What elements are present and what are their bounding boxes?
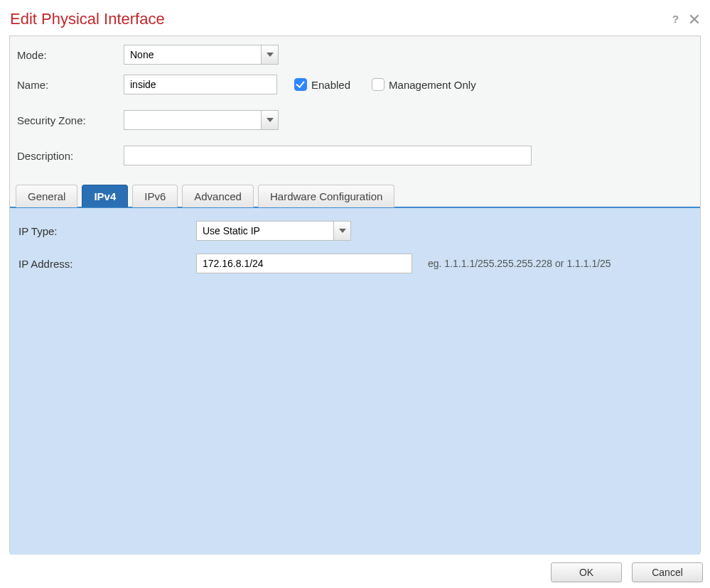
ip-type-label: IP Type: [18,225,196,237]
tabs: General IPv4 IPv6 Advanced Hardware Conf… [10,185,700,207]
cancel-button[interactable]: Cancel [632,562,703,582]
tab-ipv4[interactable]: IPv4 [82,185,128,207]
close-icon[interactable] [689,13,700,25]
tab-general[interactable]: General [16,185,77,207]
management-only-checkbox-wrap[interactable]: Management Only [372,78,476,91]
dialog-title: Edit Physical Interface [10,10,165,28]
dialog-titlebar: Edit Physical Interface ? [9,7,701,36]
security-zone-label: Security Zone: [17,114,124,126]
svg-text:?: ? [672,13,679,25]
chevron-down-icon[interactable] [261,111,278,129]
tab-ipv6[interactable]: IPv6 [132,185,178,207]
tab-hardware[interactable]: Hardware Configuration [258,185,394,207]
chevron-down-icon[interactable] [261,45,278,64]
ip-address-label: IP Address: [18,258,196,270]
dialog-panel: Mode: Name: Enabled Management Only [9,36,701,552]
top-form: Mode: Name: Enabled Management Only [10,36,700,184]
name-input[interactable] [124,75,277,94]
enabled-checkbox-wrap[interactable]: Enabled [294,78,350,91]
ok-button[interactable]: OK [551,562,622,582]
security-zone-row: Security Zone: [17,110,693,130]
description-row: Description: [17,146,693,165]
ip-address-row: IP Address: eg. 1.1.1.1/255.255.255.228 … [18,254,692,273]
mode-select[interactable] [124,45,279,65]
ip-type-select[interactable] [196,221,351,241]
ip-address-hint: eg. 1.1.1.1/255.255.255.228 or 1.1.1.1/2… [428,258,611,269]
tab-advanced[interactable]: Advanced [182,185,254,207]
ip-address-input[interactable] [196,254,412,273]
mode-row: Mode: [17,45,693,65]
edit-physical-interface-dialog: Edit Physical Interface ? Mode: [0,0,710,588]
name-row: Name: Enabled Management Only [17,75,693,94]
dialog-footer: OK Cancel [551,562,703,582]
description-input[interactable] [124,146,532,165]
security-zone-select-text[interactable] [124,111,261,129]
tab-body-ipv4: IP Type: IP Address: eg. 1.1.1.1/255.255… [10,207,700,555]
chevron-down-icon[interactable] [333,222,350,240]
management-only-checkbox[interactable] [372,78,384,91]
titlebar-actions: ? [670,13,700,25]
ip-type-row: IP Type: [18,221,692,241]
mode-select-text[interactable] [124,45,261,64]
description-label: Description: [17,150,124,162]
help-icon[interactable]: ? [670,13,682,25]
security-zone-select[interactable] [124,110,279,130]
enabled-checkbox[interactable] [294,78,307,91]
ip-type-select-text[interactable] [197,222,333,240]
mode-label: Mode: [17,49,124,61]
management-only-label: Management Only [389,79,476,91]
name-label: Name: [17,79,124,91]
enabled-label: Enabled [311,79,350,91]
